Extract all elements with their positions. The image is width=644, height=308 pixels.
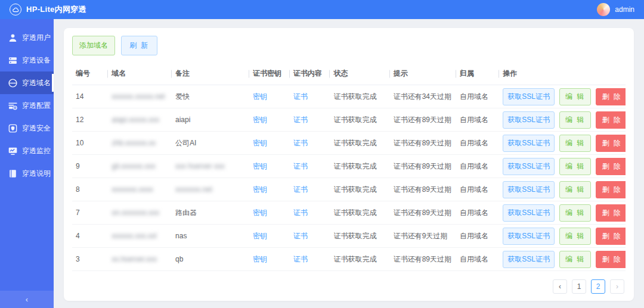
app-title: HP-Lite内网穿透: [26, 4, 86, 15]
app-logo-cloud-icon: [10, 4, 21, 15]
sidebar-item-domains[interactable]: 穿透域名: [0, 71, 54, 94]
get-ssl-cert-button[interactable]: 获取SSL证书: [503, 88, 555, 105]
cert-key-link[interactable]: 密钥: [253, 255, 267, 263]
delete-button[interactable]: 删 除: [596, 181, 626, 198]
table-row: 3 xx.hserver.xxx qb 密钥 证书 证书获取完成 证书还有89天…: [72, 248, 626, 271]
cell-domain: xxxxxx.xxxxx.net: [112, 92, 165, 101]
delete-button[interactable]: 删 除: [596, 135, 626, 152]
add-domain-button[interactable]: 添加域名: [72, 36, 115, 55]
edit-button[interactable]: 编 辑: [559, 204, 591, 222]
delete-button[interactable]: 删 除: [596, 204, 626, 222]
cert-content-link[interactable]: 证书: [293, 162, 308, 170]
col-header-cert-content: 证书内容: [290, 63, 330, 85]
cell-note: xxx hserver xxx: [175, 162, 225, 170]
cert-key-link[interactable]: 密钥: [253, 185, 267, 194]
sidebar-item-users[interactable]: 穿透用户: [0, 26, 54, 49]
chevron-left-icon: ‹: [26, 295, 28, 304]
cert-content-link[interactable]: 证书: [293, 209, 308, 217]
delete-button[interactable]: 删 除: [596, 158, 626, 175]
cell-hint: 证书还有34天过期: [390, 85, 456, 108]
cell-owner: 自用域名: [456, 178, 499, 201]
pagination-prev-button[interactable]: ‹: [553, 279, 567, 294]
sidebar-item-monitor[interactable]: 穿透监控: [0, 139, 54, 162]
cert-content-link[interactable]: 证书: [293, 92, 308, 101]
sidebar-menu: 穿透用户 穿透设备 穿透域名 穿透配置 穿透安全: [0, 19, 54, 291]
cell-id: 12: [72, 108, 108, 132]
get-ssl-cert-button[interactable]: 获取SSL证书: [503, 181, 555, 198]
cert-key-link[interactable]: 密钥: [253, 139, 267, 147]
cell-hint: 证书还有9天过期: [390, 225, 456, 248]
docs-icon: [8, 169, 18, 179]
delete-button[interactable]: 删 除: [596, 88, 626, 105]
get-ssl-cert-button[interactable]: 获取SSL证书: [503, 158, 555, 175]
sidebar-item-devices[interactable]: 穿透设备: [0, 49, 54, 71]
pagination-page-2[interactable]: 2: [591, 279, 605, 294]
cell-note: 公司AI: [175, 139, 196, 147]
edit-button[interactable]: 编 辑: [559, 135, 591, 152]
cert-content-link[interactable]: 证书: [293, 185, 308, 194]
pagination-page-1[interactable]: 1: [572, 279, 586, 294]
get-ssl-cert-button[interactable]: 获取SSL证书: [503, 111, 555, 129]
cell-hint: 证书还有89天过期: [390, 132, 456, 155]
cert-key-link[interactable]: 密钥: [253, 232, 267, 240]
edit-button[interactable]: 编 辑: [559, 88, 591, 105]
delete-button[interactable]: 删 除: [596, 111, 626, 129]
domains-card: 添加域名 刷 新 编号 域名 备注 证书密钥 证书内容 状态 提示 归属 操作: [64, 28, 634, 301]
col-header-hint: 提示: [390, 63, 456, 85]
cell-status: 证书获取完成: [330, 178, 389, 201]
sidebar-item-label: 穿透配置: [22, 101, 51, 111]
get-ssl-cert-button[interactable]: 获取SSL证书: [503, 251, 555, 268]
sidebar-collapse-button[interactable]: ‹: [0, 291, 54, 308]
username-label: admin: [615, 5, 634, 14]
top-header: HP-Lite内网穿透 admin: [0, 0, 644, 19]
cert-key-link[interactable]: 密钥: [253, 92, 267, 101]
cell-domain: xxxxxxx.xxxx: [112, 185, 153, 194]
cell-note: nas: [175, 232, 187, 240]
cert-content-link[interactable]: 证书: [293, 116, 308, 124]
cert-key-link[interactable]: 密钥: [253, 116, 267, 124]
brand: HP-Lite内网穿透: [10, 4, 86, 15]
sidebar-item-security[interactable]: 穿透安全: [0, 117, 54, 139]
monitor-icon: [8, 146, 18, 156]
sidebar-item-label: 穿透设备: [22, 55, 51, 66]
table-row: 9 git.xxxxxx.xxx xxx hserver xxx 密钥 证书 证…: [72, 155, 626, 178]
user-avatar[interactable]: [597, 3, 610, 16]
cert-content-link[interactable]: 证书: [293, 232, 308, 240]
edit-button[interactable]: 编 辑: [559, 181, 591, 198]
cell-hint: 证书还有89天过期: [390, 248, 456, 271]
edit-button[interactable]: 编 辑: [559, 158, 591, 175]
user-menu[interactable]: admin: [597, 3, 634, 16]
get-ssl-cert-button[interactable]: 获取SSL证书: [503, 228, 555, 245]
delete-button[interactable]: 删 除: [596, 228, 626, 245]
cert-content-link[interactable]: 证书: [293, 139, 308, 147]
table-header-row: 编号 域名 备注 证书密钥 证书内容 状态 提示 归属 操作: [72, 63, 626, 85]
get-ssl-cert-button[interactable]: 获取SSL证书: [503, 135, 555, 152]
cell-id: 3: [72, 248, 108, 271]
cert-content-link[interactable]: 证书: [293, 255, 308, 263]
table-row: 14 xxxxxx.xxxxx.net 爱快 密钥 证书 证书获取完成 证书还有…: [72, 85, 626, 108]
cell-domain: zhb.xxxxxx.xx: [112, 139, 156, 147]
pagination-next-button[interactable]: ›: [610, 279, 624, 294]
cert-key-link[interactable]: 密钥: [253, 209, 267, 217]
sidebar-item-docs[interactable]: 穿透说明: [0, 162, 54, 185]
col-header-actions: 操作: [499, 63, 626, 85]
cell-domain: git.xxxxxx.xxx: [112, 162, 155, 170]
cell-status: 证书获取完成: [330, 132, 389, 155]
user-icon: [8, 33, 18, 43]
table-row: 7 on.xxxxxxx.xxx 路由器 密钥 证书 证书获取完成 证书还有89…: [72, 201, 626, 225]
edit-button[interactable]: 编 辑: [559, 251, 591, 268]
cell-note: aiapi: [175, 116, 190, 124]
sidebar-item-config[interactable]: 穿透配置: [0, 94, 54, 117]
edit-button[interactable]: 编 辑: [559, 111, 591, 129]
domain-icon: [8, 78, 18, 88]
cert-key-link[interactable]: 密钥: [253, 162, 267, 170]
cell-domain: xxxxxx.xxx.xxl: [112, 232, 156, 240]
sidebar-item-label: 穿透安全: [22, 123, 51, 133]
edit-button[interactable]: 编 辑: [559, 228, 591, 245]
sidebar-item-label: 穿透说明: [22, 169, 51, 179]
cell-status: 证书获取完成: [330, 85, 389, 108]
refresh-button[interactable]: 刷 新: [121, 36, 157, 55]
delete-button[interactable]: 删 除: [596, 251, 626, 268]
security-icon: [8, 123, 18, 133]
get-ssl-cert-button[interactable]: 获取SSL证书: [503, 204, 555, 222]
